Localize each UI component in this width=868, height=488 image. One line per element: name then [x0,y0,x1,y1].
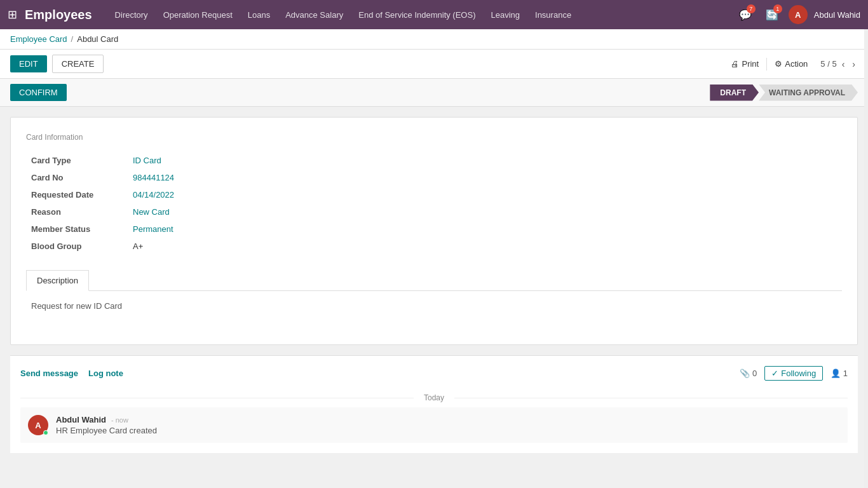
nav-counter-text: 5 / 5 [820,59,836,69]
followers-count: 👤 1 [831,369,848,378]
gear-icon: ⚙ [775,59,782,69]
person-icon: 👤 [831,369,841,378]
message-author: Abdul Wahid [56,415,106,424]
nav-leaving[interactable]: Leaving [483,0,527,29]
chatter-actions: Send message Log note 📎 0 ✓ Following 👤 … [20,366,848,388]
message-item: A Abdul Wahid - now HR Employee Card cre… [20,407,848,443]
field-label-blood-group: Blood Group [26,238,128,255]
nav-insurance[interactable]: Insurance [527,0,579,29]
field-value-card-no: 984441124 [128,169,842,186]
message-body: Abdul Wahid - now HR Employee Card creat… [56,415,157,435]
action-label: Action [785,59,808,69]
avatar[interactable]: A [789,5,808,24]
field-label-reason: Reason [26,203,128,220]
toolbar: EDIT CREATE 🖨 Print ⚙ Action 5 / 5 ‹ › [0,50,868,79]
status-draft[interactable]: DRAFT [710,85,759,101]
log-note-button[interactable]: Log note [88,369,123,378]
print-button[interactable]: 🖨 Print [731,59,759,69]
nav-eos[interactable]: End of Service Indemnity (EOS) [351,0,483,29]
check-icon: ✓ [771,369,778,378]
breadcrumb: Employee Card / Abdul Card [0,29,868,50]
chatter: Send message Log note 📎 0 ✓ Following 👤 … [10,355,858,453]
paperclip-icon: 📎 [740,369,750,378]
messages-badge: 7 [747,4,756,13]
nav-directory[interactable]: Directory [107,0,156,29]
status-bar: CONFIRM DRAFT WAITING APPROVAL [0,79,868,107]
attachments-count: 📎 0 [740,369,757,378]
nav-prev-button[interactable]: ‹ [839,58,848,71]
message-avatar: A [28,415,48,435]
table-row: Card No 984441124 [26,169,842,186]
edit-button[interactable]: EDIT [10,55,47,72]
online-indicator [43,430,48,435]
app-brand: Employees [25,8,92,22]
section-title: Card Information [26,133,842,142]
create-button[interactable]: CREATE [52,55,104,73]
messages-icon[interactable]: 💬 7 [735,4,756,25]
nav-counter: 5 / 5 ‹ › [820,58,858,71]
following-button[interactable]: ✓ Following [764,366,823,381]
form-table: Card Type ID Card Card No 984441124 Requ… [26,152,842,255]
breadcrumb-separator: / [71,34,74,44]
send-message-button[interactable]: Send message [20,369,78,378]
field-label-member-status: Member Status [26,220,128,238]
main-content: Card Information Card Type ID Card Card … [0,107,868,355]
field-value-blood-group: A+ [128,238,842,255]
navbar-links: Directory Operation Request Loans Advanc… [107,0,735,29]
field-value-requested-date: 04/14/2022 [128,186,842,203]
grid-icon[interactable]: ⊞ [8,8,17,22]
print-label: Print [742,59,759,69]
following-label: Following [781,369,816,378]
print-icon: 🖨 [731,59,739,69]
tab-description[interactable]: Description [26,270,89,291]
username[interactable]: Abdul Wahid [814,10,860,20]
navbar: ⊞ Employees Directory Operation Request … [0,0,868,29]
table-row: Reason New Card [26,203,842,220]
description-area: Request for new ID Card [26,291,842,329]
confirm-button[interactable]: CONFIRM [10,84,67,101]
nav-advance-salary[interactable]: Advance Salary [278,0,351,29]
status-pipeline: DRAFT WAITING APPROVAL [710,85,858,101]
field-label-card-no: Card No [26,169,128,186]
nav-next-button[interactable]: › [850,58,858,71]
toolbar-divider [766,58,767,71]
action-button[interactable]: ⚙ Action [775,59,808,69]
activity-icon[interactable]: 🔄 1 [762,4,782,25]
divider-line-right [454,398,848,398]
followers-number: 1 [843,369,848,378]
activity-badge: 1 [773,4,782,13]
description-text: Request for new ID Card [31,301,122,311]
chatter-divider: Today [20,393,848,402]
breadcrumb-parent[interactable]: Employee Card [10,34,67,44]
status-waiting-approval[interactable]: WAITING APPROVAL [759,85,858,101]
avatar-initials: A [35,421,41,430]
nav-operation-request[interactable]: Operation Request [156,0,240,29]
breadcrumb-current: Abdul Card [77,34,118,44]
form-card: Card Information Card Type ID Card Card … [10,117,858,345]
field-label-requested-date: Requested Date [26,186,128,203]
message-time: - now [111,416,128,424]
navbar-right: 💬 7 🔄 1 A Abdul Wahid [735,4,860,25]
table-row: Member Status Permanent [26,220,842,238]
tabs: Description [26,270,842,291]
scrollbar[interactable] [864,29,868,453]
attachments-number: 0 [752,369,757,378]
today-label: Today [414,393,454,402]
message-text: HR Employee Card created [56,426,157,435]
field-value-reason: New Card [128,203,842,220]
chatter-right: 📎 0 ✓ Following 👤 1 [740,366,848,381]
table-row: Card Type ID Card [26,152,842,169]
field-value-member-status: Permanent [128,220,842,238]
divider-line-left [20,398,414,398]
message-header: Abdul Wahid - now [56,415,157,424]
table-row: Requested Date 04/14/2022 [26,186,842,203]
table-row: Blood Group A+ [26,238,842,255]
field-label-card-type: Card Type [26,152,128,169]
field-value-card-type: ID Card [128,152,842,169]
nav-loans[interactable]: Loans [240,0,278,29]
